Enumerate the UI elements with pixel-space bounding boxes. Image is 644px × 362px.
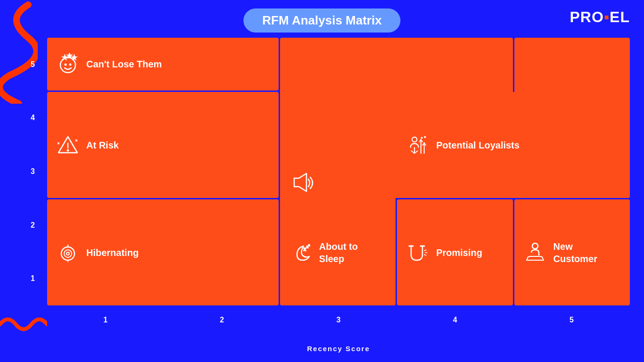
cant-lose-label: Can't Lose Them [86, 58, 162, 70]
promising-label: Promising [436, 247, 482, 259]
cell-hibernating: Hibernating [47, 199, 279, 305]
cell-about-to-sleep: z z z About to Sleep [280, 199, 396, 305]
svg-line-37 [424, 250, 426, 251]
x-tick-5: 5 [570, 316, 574, 324]
megaphone-icon [289, 170, 316, 196]
cell-new-customer: New Customer [514, 199, 630, 305]
x-tick-2: 2 [220, 316, 224, 324]
cell-potential-loyalists: Potential Loyalists [397, 92, 630, 198]
svg-point-15 [412, 137, 417, 142]
potential-loyalists-icon [406, 134, 429, 156]
moon-sleep-icon: z z z [289, 241, 312, 264]
potential-loyalists-label: Potential Loyalists [436, 139, 520, 151]
svg-point-40 [532, 243, 538, 249]
x-ticks: 1 2 3 4 5 [47, 316, 630, 324]
svg-text:★: ★ [72, 54, 77, 61]
logo-dot: ▪ [604, 8, 610, 25]
cell-at-risk: At Risk [47, 92, 279, 198]
svg-point-10 [67, 149, 69, 151]
new-customer-label: New Customer [553, 240, 597, 265]
warning-icon [57, 134, 79, 156]
chart-wrapper: Frequency, Monetary Score Recency Score … [47, 38, 630, 329]
svg-point-28 [64, 250, 72, 257]
new-customer-icon [524, 241, 546, 264]
svg-point-27 [61, 247, 74, 260]
rfm-grid: ★ ★ ★ Can't Lose Them Loyal Customers [47, 38, 630, 305]
at-risk-label: At Risk [86, 139, 119, 151]
svg-point-2 [70, 64, 71, 66]
title-container: RFM Analysis Matrix [243, 8, 400, 33]
deco-squiggle-bottom [0, 301, 47, 348]
x-axis-label: Recency Score [307, 345, 370, 353]
svg-point-25 [421, 137, 422, 139]
y-tick-4: 4 [31, 114, 35, 122]
about-to-sleep-label: About to Sleep [319, 240, 358, 265]
svg-point-26 [424, 136, 426, 138]
x-tick-3: 3 [337, 316, 341, 324]
svg-text:z: z [308, 244, 310, 247]
magnet-icon [406, 241, 429, 264]
cell-promising: Promising [397, 199, 512, 305]
y-tick-3: 3 [31, 167, 35, 176]
x-tick-1: 1 [103, 316, 107, 324]
svg-point-29 [66, 252, 69, 255]
smiley-star-icon: ★ ★ ★ [57, 53, 79, 75]
cell-cant-lose: ★ ★ ★ Can't Lose Them [47, 38, 279, 90]
y-tick-5: 5 [31, 60, 35, 69]
x-tick-4: 4 [453, 316, 457, 324]
power-icon [57, 241, 79, 264]
svg-point-1 [65, 64, 66, 66]
svg-line-39 [424, 255, 426, 255]
svg-text:z: z [304, 247, 306, 252]
title-pill: RFM Analysis Matrix [243, 8, 400, 33]
hibernating-label: Hibernating [86, 247, 139, 259]
y-tick-2: 2 [31, 221, 35, 230]
y-tick-1: 1 [31, 274, 35, 283]
page-title: RFM Analysis Matrix [262, 13, 381, 27]
logo: PRO▪EL [570, 8, 630, 26]
y-ticks: 1 2 3 4 5 [31, 38, 35, 305]
